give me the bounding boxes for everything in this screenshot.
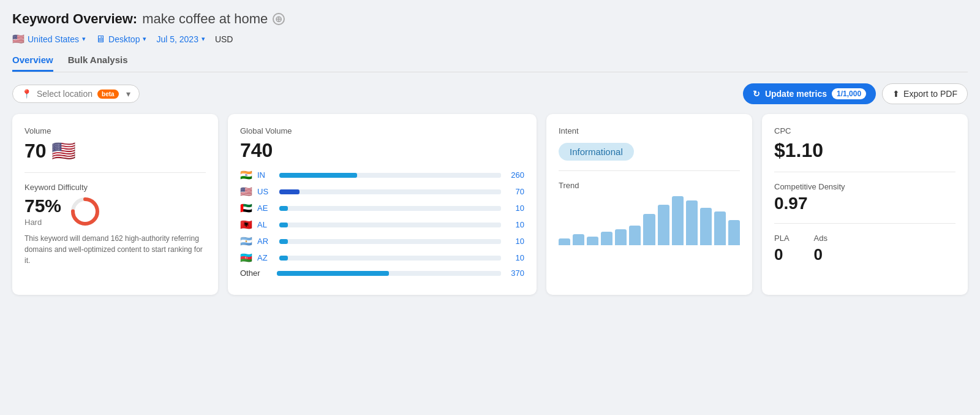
count-in: 260 xyxy=(506,170,524,180)
cpc-card: CPC $1.10 Competitive Density 0.97 PLA 0… xyxy=(762,114,968,295)
cd-value: 0.97 xyxy=(774,194,956,213)
intent-badge: Informational xyxy=(559,143,634,161)
update-count-badge: 1/1,000 xyxy=(832,88,866,99)
trend-bar-3 xyxy=(587,237,598,245)
pin-icon: 📍 xyxy=(21,89,32,99)
trend-bar-13 xyxy=(728,220,740,245)
bar-bg-us xyxy=(279,189,501,194)
trend-bar-10 xyxy=(686,200,698,245)
trend-bar-11 xyxy=(700,208,712,245)
intent-label: Intent xyxy=(559,126,740,135)
cd-divider xyxy=(774,223,956,224)
flag-us: 🇺🇸 xyxy=(240,186,252,197)
update-metrics-button[interactable]: ↻ Update metrics 1/1,000 xyxy=(743,83,876,104)
cpc-value: $1.10 xyxy=(774,139,956,162)
controls-bar: 📍 Select location beta ▾ ↻ Update metric… xyxy=(12,83,968,104)
location-selector[interactable]: 🇺🇸 United States ▾ xyxy=(12,33,86,45)
ads-item: Ads 0 xyxy=(814,234,827,264)
tab-overview[interactable]: Overview xyxy=(12,55,53,72)
device-selector[interactable]: 🖥 Desktop ▾ xyxy=(96,34,146,45)
date-chevron: ▾ xyxy=(202,35,205,43)
count-us: 70 xyxy=(506,187,524,196)
trend-bar-9 xyxy=(672,196,684,245)
code-az: AZ xyxy=(257,253,274,262)
volume-card: Volume 70 🇺🇸 Keyword Difficulty 75% Hard… xyxy=(12,114,218,295)
country-row-az: 🇦🇿 AZ 10 xyxy=(240,252,524,264)
bar-fill-in xyxy=(279,173,357,178)
cd-label: Competitive Density xyxy=(774,182,956,191)
refresh-icon: ↻ xyxy=(753,89,760,99)
location-label: United States xyxy=(28,34,79,44)
location-dropdown-chevron: ▾ xyxy=(126,89,130,99)
bar-bg-az xyxy=(279,256,501,261)
cpc-label: CPC xyxy=(774,126,956,135)
export-btn-label: Export to PDF xyxy=(903,89,957,99)
country-row-other: Other 370 xyxy=(240,268,524,278)
count-al: 10 xyxy=(506,220,524,229)
intent-trend-card: Intent Informational Trend xyxy=(546,114,752,295)
toolbar: 🇺🇸 United States ▾ 🖥 Desktop ▾ Jul 5, 20… xyxy=(12,33,968,45)
currency-label: USD xyxy=(215,34,233,44)
date-label: Jul 5, 2023 xyxy=(156,34,198,44)
pla-label: PLA xyxy=(774,234,790,243)
intent-divider xyxy=(559,170,740,171)
date-selector[interactable]: Jul 5, 2023 ▾ xyxy=(156,34,205,44)
trend-chart xyxy=(559,196,740,245)
flag-az: 🇦🇿 xyxy=(240,252,252,264)
kd-row: 75% Hard xyxy=(24,196,206,227)
country-row-ar: 🇦🇷 AR 10 xyxy=(240,235,524,247)
device-label: Desktop xyxy=(108,34,140,44)
flag-in: 🇮🇳 xyxy=(240,169,252,181)
country-row-us: 🇺🇸 US 70 xyxy=(240,186,524,197)
right-controls: ↻ Update metrics 1/1,000 ⬆ Export to PDF xyxy=(743,83,968,104)
pla-value: 0 xyxy=(774,245,790,264)
count-ar: 10 xyxy=(506,237,524,246)
tab-bulk-analysis[interactable]: Bulk Analysis xyxy=(68,55,128,72)
keyword-text: make coffee at home xyxy=(142,11,268,27)
bar-fill-ae xyxy=(279,206,288,211)
bar-fill-az xyxy=(279,256,288,261)
bar-bg-al xyxy=(279,223,501,227)
export-pdf-button[interactable]: ⬆ Export to PDF xyxy=(882,83,968,104)
tabs-bar: Overview Bulk Analysis xyxy=(12,55,968,72)
code-in: IN xyxy=(257,170,274,180)
trend-bar-12 xyxy=(714,211,726,245)
country-row-ae: 🇦🇪 AE 10 xyxy=(240,202,524,214)
trend-bar-8 xyxy=(658,205,669,245)
location-select-dropdown[interactable]: 📍 Select location beta ▾ xyxy=(12,85,140,103)
bar-fill-ar xyxy=(279,239,288,244)
add-keyword-icon[interactable]: ⊕ xyxy=(273,13,285,25)
bar-bg-in xyxy=(279,173,501,178)
code-ae: AE xyxy=(257,204,274,213)
volume-value: 70 🇺🇸 xyxy=(24,139,206,162)
bar-bg-ar xyxy=(279,239,501,244)
flag-ae: 🇦🇪 xyxy=(240,202,252,214)
code-al: AL xyxy=(257,220,274,229)
location-select-placeholder: Select location xyxy=(37,89,92,99)
location-flag: 🇺🇸 xyxy=(12,33,24,45)
global-volume-card: Global Volume 740 🇮🇳 IN 260 🇺🇸 US 70 🇦🇪 … xyxy=(228,114,537,295)
code-us: US xyxy=(257,187,274,196)
trend-bar-7 xyxy=(643,214,655,245)
ads-label: Ads xyxy=(814,234,827,243)
page-title: Keyword Overview: make coffee at home ⊕ xyxy=(12,11,968,27)
code-ar: AR xyxy=(257,237,274,246)
export-icon: ⬆ xyxy=(892,89,900,99)
beta-badge: beta xyxy=(97,89,119,99)
trend-bar-6 xyxy=(629,226,641,245)
bar-bg-ae xyxy=(279,206,501,211)
gv-value: 740 xyxy=(240,139,524,162)
pla-item: PLA 0 xyxy=(774,234,790,264)
country-row-in: 🇮🇳 IN 260 xyxy=(240,169,524,181)
trend-bar-2 xyxy=(573,234,584,245)
volume-flag: 🇺🇸 xyxy=(51,139,76,162)
bar-fill-al xyxy=(279,223,288,227)
kd-donut-chart xyxy=(70,196,100,227)
location-chevron: ▾ xyxy=(82,35,86,43)
update-btn-label: Update metrics xyxy=(765,89,827,99)
kd-description: This keyword will demand 162 high-author… xyxy=(24,233,206,266)
bar-fill-us xyxy=(279,189,300,194)
title-prefix: Keyword Overview: xyxy=(12,11,137,27)
other-label: Other xyxy=(240,268,272,278)
gv-label: Global Volume xyxy=(240,126,524,135)
